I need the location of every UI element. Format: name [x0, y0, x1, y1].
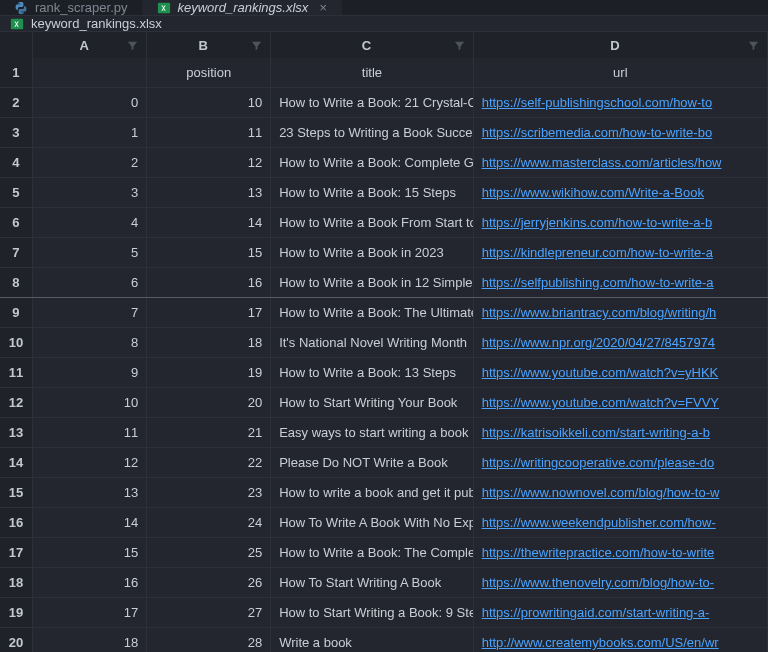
url-link[interactable]: https://www.masterclass.com/articles/how [482, 155, 722, 170]
cell-url[interactable]: https://www.thenovelry.com/blog/how-to- [474, 568, 768, 597]
url-link[interactable]: https://scribemedia.com/how-to-write-bo [482, 125, 712, 140]
url-link[interactable]: https://www.nownovel.com/blog/how-to-w [482, 485, 720, 500]
cell-title[interactable]: How to Write a Book: The Ultimate Guide [271, 298, 474, 327]
row-header[interactable]: 4 [0, 148, 33, 177]
cell-url[interactable]: https://prowritingaid.com/start-writing-… [474, 598, 768, 627]
corner-cell[interactable] [0, 32, 33, 58]
cell-position[interactable]: 15 [147, 238, 271, 267]
cell-title[interactable]: Write a book [271, 628, 474, 652]
cell-url[interactable]: https://writingcooperative.com/please-do [474, 448, 768, 477]
cell-position[interactable]: 13 [147, 178, 271, 207]
cell-url[interactable]: https://www.youtube.com/watch?v=yHKK [474, 358, 768, 387]
url-link[interactable]: https://prowritingaid.com/start-writing-… [482, 605, 710, 620]
cell-index[interactable]: 6 [33, 268, 147, 297]
cell-url[interactable]: https://www.wikihow.com/Write-a-Book [474, 178, 768, 207]
cell-position[interactable]: 20 [147, 388, 271, 417]
url-link[interactable]: https://www.thenovelry.com/blog/how-to- [482, 575, 714, 590]
cell-index[interactable]: 2 [33, 148, 147, 177]
url-link[interactable]: https://thewritepractice.com/how-to-writ… [482, 545, 715, 560]
cell-index[interactable]: 8 [33, 328, 147, 357]
cell-url[interactable]: https://jerryjenkins.com/how-to-write-a-… [474, 208, 768, 237]
cell-index[interactable]: 15 [33, 538, 147, 567]
cell-index[interactable]: 16 [33, 568, 147, 597]
cell-title[interactable]: How to write a book and get it published [271, 478, 474, 507]
cell-position[interactable]: 21 [147, 418, 271, 447]
column-header-D[interactable]: D [474, 32, 768, 58]
tab-keyword-rankings[interactable]: keyword_rankings.xlsx × [143, 0, 342, 15]
cell-url[interactable]: http://www.createmybooks.com/US/en/wr [474, 628, 768, 652]
cell-index[interactable]: 9 [33, 358, 147, 387]
cell-url[interactable]: https://www.youtube.com/watch?v=FVVY [474, 388, 768, 417]
filter-icon[interactable] [251, 40, 262, 51]
row-header[interactable]: 10 [0, 328, 33, 357]
filter-icon[interactable] [127, 40, 138, 51]
cell-index[interactable]: 3 [33, 178, 147, 207]
row-header[interactable]: 8 [0, 268, 33, 297]
cell-url[interactable]: https://www.nownovel.com/blog/how-to-w [474, 478, 768, 507]
cell-position[interactable]: 12 [147, 148, 271, 177]
cell-title[interactable]: How to Start Writing Your Book [271, 388, 474, 417]
cell-title[interactable]: How to Start Writing a Book: 9 Steps [271, 598, 474, 627]
column-header-C[interactable]: C [271, 32, 474, 58]
cell-index[interactable]: 18 [33, 628, 147, 652]
url-link[interactable]: https://www.youtube.com/watch?v=yHKK [482, 365, 719, 380]
cell-title[interactable]: How to Write a Book: Complete Guide [271, 148, 474, 177]
cell-position[interactable]: 26 [147, 568, 271, 597]
row-header[interactable]: 16 [0, 508, 33, 537]
cell-index[interactable]: 11 [33, 418, 147, 447]
close-icon[interactable]: × [319, 0, 327, 15]
cell-url[interactable]: https://kindlepreneur.com/how-to-write-a [474, 238, 768, 267]
cell-url[interactable]: https://www.weekendpublisher.com/how- [474, 508, 768, 537]
row-header[interactable]: 9 [0, 298, 33, 327]
row-header[interactable]: 14 [0, 448, 33, 477]
cell-title[interactable]: It's National Novel Writing Month [271, 328, 474, 357]
cell-index[interactable]: 5 [33, 238, 147, 267]
cell-url[interactable]: https://www.npr.org/2020/04/27/8457974 [474, 328, 768, 357]
cell-index[interactable]: 13 [33, 478, 147, 507]
row-header[interactable]: 13 [0, 418, 33, 447]
cell-position[interactable]: 19 [147, 358, 271, 387]
cell[interactable] [33, 58, 147, 87]
cell[interactable]: position [147, 58, 271, 87]
url-link[interactable]: https://self-publishingschool.com/how-to [482, 95, 713, 110]
cell-index[interactable]: 4 [33, 208, 147, 237]
row-header[interactable]: 11 [0, 358, 33, 387]
row-header[interactable]: 1 [0, 58, 33, 87]
cell-index[interactable]: 1 [33, 118, 147, 147]
tab-rank-scraper[interactable]: rank_scraper.py [0, 0, 143, 15]
cell-position[interactable]: 11 [147, 118, 271, 147]
url-link[interactable]: https://jerryjenkins.com/how-to-write-a-… [482, 215, 712, 230]
cell-title[interactable]: How to Write a Book From Start to Finish [271, 208, 474, 237]
filter-icon[interactable] [454, 40, 465, 51]
cell-title[interactable]: How to Write a Book: 13 Steps [271, 358, 474, 387]
cell-index[interactable]: 17 [33, 598, 147, 627]
row-header[interactable]: 19 [0, 598, 33, 627]
url-link[interactable]: https://www.youtube.com/watch?v=FVVY [482, 395, 719, 410]
column-header-B[interactable]: B [147, 32, 271, 58]
cell-title[interactable]: Easy ways to start writing a book [271, 418, 474, 447]
cell-url[interactable]: https://scribemedia.com/how-to-write-bo [474, 118, 768, 147]
row-header[interactable]: 2 [0, 88, 33, 117]
cell-position[interactable]: 27 [147, 598, 271, 627]
column-header-A[interactable]: A [33, 32, 147, 58]
url-link[interactable]: https://kindlepreneur.com/how-to-write-a [482, 245, 713, 260]
cell-url[interactable]: https://katrisoikkeli.com/start-writing-… [474, 418, 768, 447]
cell-url[interactable]: https://self-publishingschool.com/how-to [474, 88, 768, 117]
cell-url[interactable]: https://www.masterclass.com/articles/how [474, 148, 768, 177]
cell-title[interactable]: 23 Steps to Writing a Book Successfully [271, 118, 474, 147]
cell-position[interactable]: 28 [147, 628, 271, 652]
filter-icon[interactable] [748, 40, 759, 51]
url-link[interactable]: http://www.createmybooks.com/US/en/wr [482, 635, 719, 650]
url-link[interactable]: https://www.wikihow.com/Write-a-Book [482, 185, 704, 200]
cell-title[interactable]: How to Write a Book: 21 Crystal-Clear St… [271, 88, 474, 117]
url-link[interactable]: https://www.npr.org/2020/04/27/8457974 [482, 335, 715, 350]
cell-index[interactable]: 0 [33, 88, 147, 117]
cell-url[interactable]: https://www.briantracy.com/blog/writing/… [474, 298, 768, 327]
url-link[interactable]: https://selfpublishing.com/how-to-write-… [482, 275, 714, 290]
cell-title[interactable]: How to Write a Book in 12 Simple Steps [271, 268, 474, 297]
cell-position[interactable]: 25 [147, 538, 271, 567]
cell-position[interactable]: 24 [147, 508, 271, 537]
row-header[interactable]: 12 [0, 388, 33, 417]
row-header[interactable]: 6 [0, 208, 33, 237]
cell-position[interactable]: 14 [147, 208, 271, 237]
